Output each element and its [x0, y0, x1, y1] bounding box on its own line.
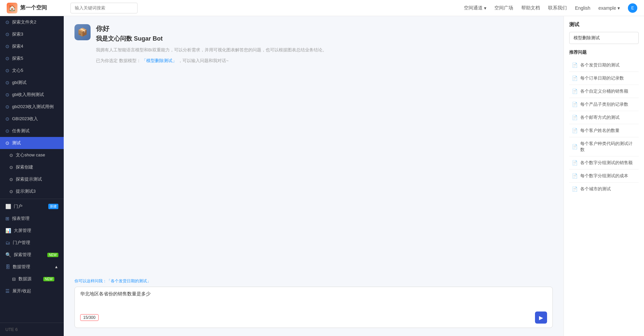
- sidebar-section-screen-mgmt[interactable]: 📊 大屏管理: [0, 225, 64, 237]
- sidebar-item-explore4[interactable]: ⊙ 探索4: [0, 40, 64, 52]
- sidebar-item-hint-test3[interactable]: ⊙ 提示测试3: [0, 185, 64, 197]
- circle-icon: ⊙: [9, 165, 13, 170]
- circle-icon: ⊙: [5, 92, 9, 97]
- chevron-down-icon: ▾: [618, 5, 620, 11]
- sidebar-item-explore-hint-test[interactable]: ⊙ 探索提示测试: [0, 173, 64, 185]
- recommend-item[interactable]: 📄 各个邮寄方式的测试: [569, 111, 639, 124]
- recommend-item[interactable]: 📄 各个数字分组测试的销售额: [569, 156, 639, 170]
- circle-icon: ⊙: [5, 68, 9, 73]
- new-badge[interactable]: 新建: [48, 204, 58, 209]
- sidebar-section-expand[interactable]: ☰ 展开/收起: [0, 285, 64, 297]
- nav-language[interactable]: English: [575, 5, 590, 11]
- sidebar-item-gbi2023-income-test[interactable]: ⊙ gbi2023收入测试用例: [0, 101, 64, 113]
- right-panel: 测试 模型删除测试 推荐问题 📄 各个发货日期的测试 📄 每个订单日期的记录数 …: [564, 16, 644, 336]
- sidebar-item-gbi2023-income[interactable]: ⊙ GBI2023收入: [0, 113, 64, 125]
- app-title: 第一个空间: [20, 4, 47, 11]
- description: 我拥有人工智能语言模型和Bi双重能力，可以分析需求，并用可视化图表解答您的问题，…: [96, 47, 327, 54]
- nav-contact-us[interactable]: 联系我们: [548, 5, 567, 11]
- circle-icon: ⊙: [5, 140, 9, 146]
- sidebar-item-explore5[interactable]: ⊙ 探索5: [0, 52, 64, 64]
- sidebar-item-explore-create[interactable]: ⊙ 探索创建: [0, 161, 64, 173]
- sidebar-item-gbi-test[interactable]: ⊙ gbi测试: [0, 77, 64, 89]
- right-panel-title: 测试: [569, 21, 639, 28]
- search-input[interactable]: [70, 3, 138, 13]
- explore-icon: 🔍: [5, 252, 11, 257]
- doc-icon: 📄: [572, 76, 578, 81]
- recommend-item[interactable]: 📄 每个客户姓名的数量: [569, 124, 639, 137]
- bot-name: 我是文心问数 Sugar Bot: [96, 35, 327, 43]
- model-tip: 已为你选定 数据模型： 「模型删除测试」 ，可以输入问题和我对话~: [96, 58, 327, 64]
- circle-icon: ⊙: [5, 32, 9, 37]
- report-icon: ⊞: [5, 216, 9, 221]
- doc-icon: 📄: [572, 62, 578, 68]
- char-count: 15/300: [80, 314, 99, 321]
- recommend-item[interactable]: 📄 每个产品子类别的记录数: [569, 98, 639, 111]
- doc-icon: 📄: [572, 115, 578, 120]
- doc-icon: 📄: [572, 186, 578, 192]
- circle-icon: ⊙: [5, 116, 9, 122]
- portal-icon: ⬜: [5, 204, 11, 209]
- top-nav-right: 空间通道 ▾ 空间广场 帮助文档 联系我们 English example ▾ …: [464, 3, 637, 13]
- nav-space-plaza[interactable]: 空间广场: [494, 5, 513, 11]
- sidebar-item-wenxin5[interactable]: ⊙ 文心5: [0, 64, 64, 77]
- sidebar-section-report-mgmt[interactable]: ⊞ 报表管理: [0, 212, 64, 225]
- sidebar-section-portal-mgmt[interactable]: 🗂 门户管理: [0, 237, 64, 249]
- circle-icon: ⊙: [5, 104, 9, 109]
- chat-messages: [64, 69, 564, 274]
- doc-icon: 📄: [572, 160, 578, 165]
- send-icon: ▶: [539, 315, 543, 321]
- main-layout: ⊙ 探索文件夹2 ⊙ 探索3 ⊙ 探索4 ⊙ 探索5 ⊙ 文心5 ⊙ gbi测试…: [0, 16, 644, 336]
- chevron-down-icon: ▾: [484, 5, 486, 11]
- top-nav: 🏠 第一个空间 空间通道 ▾ 空间广场 帮助文档 联系我们 English ex…: [0, 0, 644, 16]
- nav-space-channel[interactable]: 空间通道 ▾: [464, 5, 486, 11]
- doc-icon: 📄: [572, 89, 578, 94]
- sidebar-item-gbi-income-test[interactable]: ⊙ gbi收入用例测试: [0, 89, 64, 101]
- recommend-item[interactable]: 📄 每个数字分组测试的成本: [569, 170, 639, 183]
- logo-icon: 🏠: [7, 3, 17, 13]
- circle-icon: ⊙: [5, 128, 9, 134]
- sidebar-item-wenxin-showcase[interactable]: ⊙ 文心show case: [0, 149, 64, 161]
- sidebar-section-datasource[interactable]: ⊟ 数据源 NEW: [0, 273, 64, 285]
- recommend-item[interactable]: 📄 每个客户种类代码的测试计数: [569, 137, 639, 156]
- circle-icon: ⊙: [5, 44, 9, 49]
- recommend-item[interactable]: 📄 各个发货日期的测试: [569, 59, 639, 72]
- expand-icon: ☰: [5, 288, 10, 294]
- content-area: 📦 你好 我是文心问数 Sugar Bot 我拥有人工智能语言模型和Bi双重能力…: [64, 16, 644, 336]
- chat-input-box: 华北地区各省份的销售数量是多少 15/300 ▶: [74, 287, 553, 328]
- sidebar-item-explore3[interactable]: ⊙ 探索3: [0, 28, 64, 40]
- nav-user-menu[interactable]: example ▾: [598, 5, 620, 11]
- datasource-icon: ⊟: [12, 277, 16, 282]
- doc-icon: 📄: [572, 128, 578, 133]
- send-button[interactable]: ▶: [535, 311, 547, 324]
- sidebar-section-explore-mgmt[interactable]: 🔍 探索管理 NEW: [0, 249, 64, 261]
- portal-mgmt-icon: 🗂: [5, 240, 10, 245]
- recommend-item[interactable]: 📄 每个订单日期的记录数: [569, 72, 639, 85]
- circle-icon: ⊙: [5, 56, 9, 61]
- avatar[interactable]: E: [628, 3, 637, 13]
- greeting: 你好: [96, 24, 327, 33]
- recommend-title: 推荐问题: [569, 49, 639, 55]
- sidebar-item-task-test[interactable]: ⊙ 任务测试: [0, 125, 64, 137]
- sidebar-section-data-mgmt[interactable]: 🗄 数据管理 ▲: [0, 261, 64, 273]
- screen-icon: 📊: [5, 228, 11, 233]
- chat-header: 📦 你好 我是文心问数 Sugar Bot 我拥有人工智能语言模型和Bi双重能力…: [64, 16, 564, 69]
- new-badge-datasource: NEW: [43, 277, 54, 281]
- doc-icon: 📄: [572, 102, 578, 107]
- circle-icon: ⊙: [5, 19, 9, 25]
- chat-textarea[interactable]: 华北地区各省份的销售数量是多少: [80, 291, 547, 308]
- doc-icon: 📄: [572, 144, 578, 149]
- app-logo: 🏠 第一个空间: [7, 3, 70, 13]
- model-name-box: 模型删除测试: [569, 32, 639, 44]
- circle-icon: ⊙: [9, 177, 13, 182]
- sidebar-section-portal[interactable]: ⬜ 门户 新建: [0, 200, 64, 212]
- nav-help-docs[interactable]: 帮助文档: [521, 5, 540, 11]
- input-hint: 你可以这样问我：「各个发货日期的测试」: [74, 278, 553, 284]
- data-mgmt-icon: 🗄: [5, 264, 10, 270]
- recommend-item[interactable]: 📄 各个城市的测试: [569, 183, 639, 195]
- chat-main: 📦 你好 我是文心问数 Sugar Bot 我拥有人工智能语言模型和Bi双重能力…: [64, 16, 564, 336]
- model-name-link[interactable]: 「模型删除测试」: [142, 58, 177, 63]
- bottom-label: UTE 6: [0, 323, 64, 336]
- sidebar-item-test[interactable]: ⊙ 测试: [0, 137, 64, 149]
- sidebar-item-explore-folder2[interactable]: ⊙ 探索文件夹2: [0, 16, 64, 28]
- recommend-item[interactable]: 📄 各个自定义分桶的销售额: [569, 85, 639, 98]
